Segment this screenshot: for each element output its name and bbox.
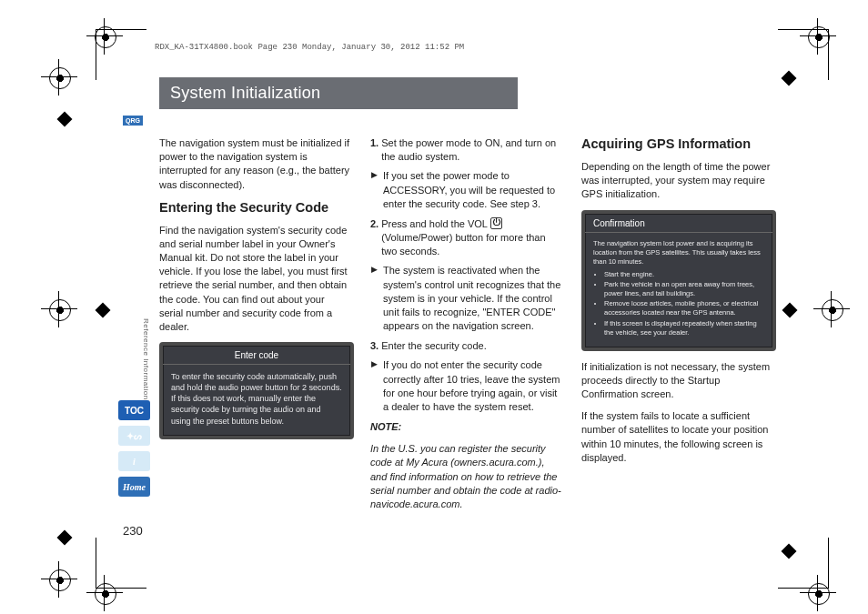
step-2: Press and hold the VOL (Volume/Power) bu… bbox=[381, 217, 561, 259]
enter-code-screenshot: Enter code To enter the security code au… bbox=[159, 342, 354, 439]
column-1: The navigation system must be initialize… bbox=[159, 136, 350, 519]
confirmation-screen-lead: The navigation system lost power and is … bbox=[593, 239, 764, 267]
crop-corner bbox=[778, 538, 829, 589]
registration-mark bbox=[41, 561, 77, 598]
qrg-tag: QRG bbox=[123, 116, 143, 126]
confirmation-screen-bullets: Start the engine. Park the vehicle in an… bbox=[593, 270, 764, 337]
print-header-stamp: RDX_KA-31TX4800.book Page 230 Monday, Ja… bbox=[155, 43, 464, 52]
note-body: In the U.S. you can register the securit… bbox=[370, 442, 561, 511]
confirmation-screenshot: Confirmation The navigation system lost … bbox=[581, 210, 776, 351]
step-1: Set the power mode to ON, and turn on th… bbox=[381, 136, 561, 164]
voice-icon[interactable]: ✦ᔕ bbox=[118, 426, 150, 446]
gps-after-1: If initialization is not necessary, the … bbox=[581, 360, 772, 402]
toc-icon[interactable]: TOC bbox=[118, 400, 150, 420]
gps-intro: Depending on the length of time the powe… bbox=[581, 160, 772, 202]
list-item: Start the engine. bbox=[604, 270, 764, 279]
step-3: Enter the security code. bbox=[381, 339, 561, 353]
list-item: Remove loose articles, mobile phones, or… bbox=[604, 299, 764, 317]
confirmation-screen-title: Confirmation bbox=[585, 214, 772, 233]
enter-code-screen-body: To enter the security code automatically… bbox=[163, 365, 350, 436]
column-2: 1.Set the power mode to ON, and turn on … bbox=[370, 136, 561, 519]
note-label: NOTE: bbox=[370, 420, 561, 434]
heading-gps: Acquiring GPS Information bbox=[581, 136, 772, 151]
security-code-paragraph: Find the navigation system's security co… bbox=[159, 224, 350, 334]
info-icon[interactable]: i bbox=[118, 451, 150, 471]
crop-corner bbox=[96, 538, 146, 589]
page-title: System Initialization bbox=[159, 77, 518, 109]
crop-corner bbox=[778, 29, 829, 80]
content-columns: The navigation system must be initialize… bbox=[159, 136, 772, 519]
heading-security-code: Entering the Security Code bbox=[159, 200, 350, 215]
intro-paragraph: The navigation system must be initialize… bbox=[159, 136, 350, 192]
list-item: If this screen is displayed repeatedly w… bbox=[604, 319, 764, 337]
side-section-label: Reference Information bbox=[142, 318, 150, 400]
home-icon[interactable]: Home bbox=[118, 477, 150, 497]
registration-mark bbox=[41, 59, 77, 96]
crop-corner bbox=[96, 29, 146, 80]
column-3: Acquiring GPS Information Depending on t… bbox=[581, 136, 772, 519]
registration-mark bbox=[813, 291, 850, 327]
step-3-sub: If you do not enter the security code co… bbox=[370, 358, 561, 414]
step-1-sub: If you set the power mode to ACCESSORY, … bbox=[370, 169, 561, 211]
gps-after-2: If the system fails to locate a sufficie… bbox=[581, 409, 772, 465]
page-number: 230 bbox=[123, 524, 143, 538]
power-icon bbox=[490, 217, 502, 229]
step-2-sub: The system is reactivated when the syste… bbox=[370, 264, 561, 333]
side-icon-bar: TOC ✦ᔕ i Home bbox=[118, 400, 150, 497]
list-item: Park the vehicle in an open area away fr… bbox=[604, 280, 764, 298]
enter-code-screen-title: Enter code bbox=[163, 346, 350, 365]
registration-mark bbox=[41, 291, 77, 327]
